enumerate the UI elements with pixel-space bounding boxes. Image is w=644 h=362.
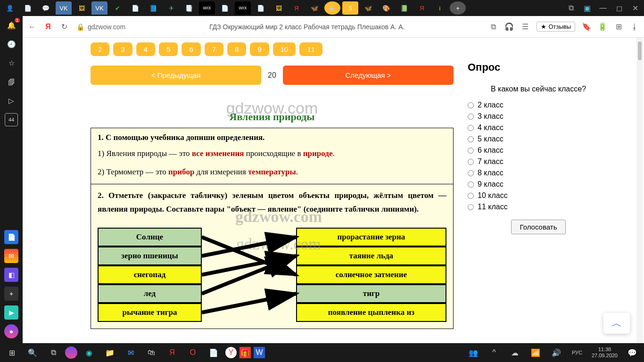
poll-radio[interactable] [468,181,474,188]
tray-wifi-icon[interactable]: 📶 [527,345,545,360]
page-body[interactable]: 234567891011 < Предыдущая 20 Следующая >… [23,38,644,343]
tab-item[interactable]: 📗 [396,1,412,15]
tab-item[interactable]: 🦋 [360,1,376,15]
maximize-window[interactable]: ◻ [612,1,626,15]
scroll-to-top-button[interactable]: ︿ [603,313,630,334]
app-doc-icon[interactable]: 📄 [205,345,223,360]
app-word-icon[interactable]: W [254,347,265,358]
tab-item[interactable]: Я [414,1,430,15]
tab-item[interactable]: 🎨 [378,1,394,15]
app-yandex2-icon[interactable]: Я [163,345,181,360]
page-button[interactable]: 10 [273,42,296,56]
page-button[interactable]: 8 [227,42,246,56]
app-edge-icon[interactable]: ◉ [80,345,98,360]
tray-clock[interactable]: 11:3827.09.2020 [589,346,620,359]
tab-item[interactable]: VK [56,1,72,15]
extensions-icon[interactable]: ▣ [580,1,594,15]
headphones-icon[interactable]: 🎧 [504,22,514,32]
tab-item[interactable]: 📄 [127,1,143,15]
download-icon[interactable]: ⭳ [630,22,639,32]
tab-item[interactable]: ✈ [163,1,179,15]
app-mail-icon[interactable]: ✉ [122,345,140,360]
tab-item[interactable]: VK [91,1,107,15]
poll-radio[interactable] [468,114,474,120]
profile-icon[interactable]: 👤 [2,1,18,15]
poll-radio[interactable] [468,204,474,210]
page-button[interactable]: 9 [250,42,269,56]
reader-icon[interactable]: ☰ [520,22,530,32]
url-box[interactable]: 🔒 gdzwow.com [75,22,125,32]
history-icon[interactable]: 🕘 [5,38,18,51]
tray-lang[interactable]: РУС [568,345,586,360]
app-browser-icon[interactable]: Y [225,347,237,358]
poll-option[interactable]: 11 класс [468,203,609,211]
poll-radio[interactable] [468,193,474,199]
tab-item[interactable]: 📑 [181,1,197,15]
poll-radio[interactable] [468,170,474,176]
next-page-button[interactable]: Следующая > [283,66,454,85]
app-explorer-icon[interactable]: 📁 [101,345,119,360]
tab-item[interactable]: Я [289,1,305,15]
task-view-icon[interactable]: ⧉ [44,345,62,360]
app-add-icon[interactable]: + [4,287,18,301]
tab-item[interactable]: 📘 [145,1,161,15]
counter-box[interactable]: 44 [5,113,18,126]
tab-item[interactable]: WIX [235,1,251,15]
tab-item[interactable]: 📄 [20,1,36,15]
favorites-icon[interactable]: ☆ [5,57,18,70]
app-mail-icon[interactable]: ✉ [4,249,18,263]
poll-option[interactable]: 2 класс [468,101,609,109]
page-button[interactable]: 4 [136,42,155,56]
tab-item[interactable]: WIX [199,1,215,15]
tab-item[interactable]: 💬 [38,1,54,15]
tab-item[interactable]: 🦋 [306,1,322,15]
tray-up-icon[interactable]: ^ [485,345,503,360]
page-button[interactable]: 7 [205,42,223,56]
poll-radio[interactable] [468,125,474,131]
poll-radio[interactable] [468,159,474,165]
poll-radio[interactable] [468,102,474,108]
back-button[interactable]: ← [27,22,37,32]
app-purple-icon[interactable]: ◧ [4,268,18,282]
tray-people-icon[interactable]: 👥 [464,345,482,360]
poll-option[interactable]: 4 класс [468,123,609,132]
poll-option[interactable]: 6 класс [468,146,609,155]
extension-icon[interactable]: ⊞ [614,22,623,32]
minimize-window[interactable]: — [596,1,610,15]
tab-item[interactable]: 📄 [253,1,269,15]
tab-item[interactable]: ✔ [109,1,125,15]
reload-button[interactable]: ↻ [59,22,69,32]
close-window[interactable]: ✕ [628,1,642,15]
reviews-button[interactable]: ★Отзывы [537,22,575,32]
tab-item[interactable]: 🖼 [74,1,90,15]
scrollbar[interactable] [636,38,643,343]
prev-page-button[interactable]: < Предыдущая [91,66,261,85]
yandex-logo-icon[interactable]: Я [43,22,53,32]
app-yandex-icon[interactable] [65,346,77,359]
bookmark-icon[interactable]: 🔖 [582,22,591,32]
app-docs-icon[interactable]: 📄 [4,230,18,244]
tray-cloud-icon[interactable]: ☁ [506,345,524,360]
poll-radio[interactable] [468,148,474,154]
media-icon[interactable]: ▷ [5,94,18,107]
app-opera-icon[interactable]: O [184,345,202,360]
tab-item[interactable]: i [432,1,448,15]
page-button[interactable]: 5 [159,42,178,56]
notifications-icon[interactable]: 🔔 [5,19,18,32]
tab-item[interactable]: 🖼 [271,1,287,15]
tab-item[interactable]: ▶ [324,1,340,15]
search-icon[interactable]: 🔍 [24,345,41,360]
collections-icon[interactable]: 🗐 [5,75,18,89]
poll-vote-button[interactable]: Голосовать [511,220,566,234]
poll-option[interactable]: 9 класс [468,180,609,189]
app-alice-icon[interactable]: ● [4,324,18,338]
page-button[interactable]: 11 [299,42,322,56]
app-gift-icon[interactable]: 🎁 [239,347,251,358]
app-teal-icon[interactable]: ▶ [4,305,18,320]
poll-option[interactable]: 7 класс [468,157,609,166]
tray-sound-icon[interactable]: 🔊 [547,345,565,360]
poll-radio[interactable] [468,136,474,142]
battery-icon[interactable]: 🔋 [598,22,607,32]
page-button[interactable]: 3 [113,42,132,56]
poll-option[interactable]: 3 класс [468,112,609,121]
